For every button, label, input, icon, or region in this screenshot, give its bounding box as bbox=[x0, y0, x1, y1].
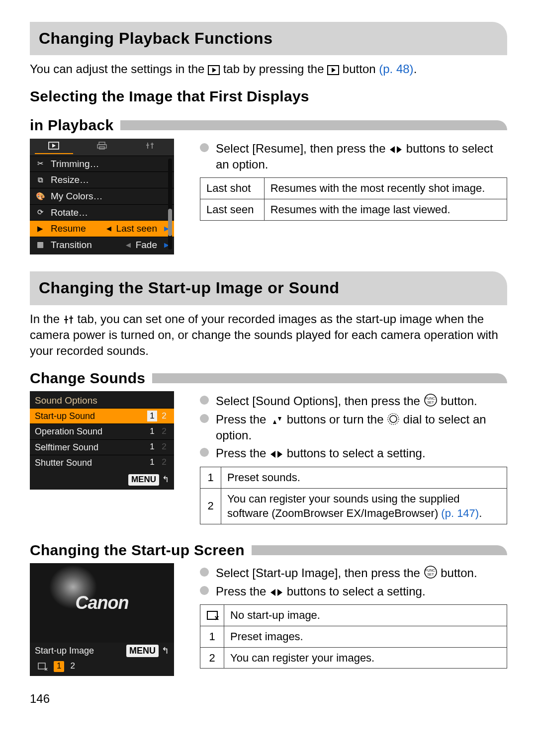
svg-marker-27 bbox=[277, 589, 282, 596]
left-right-icon bbox=[269, 588, 283, 597]
table-row: 2 You can register your images. bbox=[200, 647, 507, 669]
play-tab-icon bbox=[208, 65, 220, 75]
cam-item-label: Resize… bbox=[51, 173, 89, 186]
text: tab, you can set one of your recorded im… bbox=[30, 312, 498, 358]
table-value: You can register your sounds using the s… bbox=[221, 488, 507, 524]
camera-startup-screenshot: Canon Start-up Image MENU ↰ 1 2 bbox=[30, 563, 174, 675]
table-value: Preset sounds. bbox=[221, 467, 507, 488]
cam-item-resize: ⧉Resize… bbox=[30, 171, 174, 188]
text: buttons to select a setting. bbox=[287, 585, 426, 598]
table-key: 2 bbox=[200, 488, 221, 524]
svg-text:FUNC.: FUNC. bbox=[425, 397, 436, 400]
menu-badge: MENU bbox=[128, 474, 159, 486]
svg-point-17 bbox=[390, 416, 397, 422]
cam-sound-row: Shutter Sound 12 bbox=[30, 455, 174, 470]
page-number: 146 bbox=[30, 691, 507, 707]
cam-sound-row: Operation Sound 12 bbox=[30, 423, 174, 439]
table-key-icon bbox=[200, 605, 224, 626]
svg-text:FUNC.: FUNC. bbox=[425, 569, 436, 572]
page-ref-link[interactable]: (p. 147) bbox=[441, 507, 479, 519]
decorative-bar bbox=[152, 373, 507, 383]
play-button-icon bbox=[327, 65, 339, 75]
back-icon: ↰ bbox=[162, 474, 169, 486]
back-icon: ↰ bbox=[162, 645, 169, 657]
table-value: You can register your images. bbox=[224, 647, 507, 669]
svg-marker-1 bbox=[212, 68, 216, 73]
funcset-icon: FUNC.SET bbox=[424, 565, 438, 579]
resume-options-table: Last shot Resumes with the most recently… bbox=[200, 177, 507, 220]
palette-icon: 🎨 bbox=[35, 192, 46, 201]
svg-rect-20 bbox=[38, 663, 45, 669]
decorative-bar bbox=[120, 120, 507, 130]
text: Press the bbox=[216, 413, 269, 426]
text: In the bbox=[30, 312, 63, 326]
bullet: Press the buttons or turn the dial to se… bbox=[200, 412, 507, 444]
bullet: Select [Sound Options], then press the F… bbox=[200, 393, 507, 409]
bullet-dot-icon bbox=[200, 143, 209, 152]
table-value: Preset images. bbox=[224, 626, 507, 647]
play-icon: ▶ bbox=[35, 224, 46, 233]
cam-tab-tools-icon bbox=[126, 141, 174, 154]
text: Select [Sound Options], then press the bbox=[216, 394, 424, 408]
menu-badge: MENU bbox=[126, 645, 159, 657]
bullet-dot-icon bbox=[200, 586, 209, 595]
cam-item-label: Trimming… bbox=[51, 158, 99, 170]
text: Press the bbox=[216, 585, 269, 598]
rotate-icon: ⟳ bbox=[35, 208, 46, 217]
svg-marker-14 bbox=[273, 420, 276, 424]
dial-icon bbox=[387, 413, 400, 425]
bullet: Select [Resume], then press the buttons … bbox=[200, 141, 507, 173]
section-title: Changing Playback Functions bbox=[30, 22, 507, 55]
funcset-icon: FUNC.SET bbox=[424, 393, 438, 407]
table-key: Last seen bbox=[200, 199, 265, 221]
cam-item-resume: ▶ Resume ◀ Last seen ▶ bbox=[30, 220, 174, 237]
startup-option-2: 2 bbox=[67, 661, 78, 672]
startup-option-none bbox=[35, 661, 51, 672]
cam-title: Sound Options bbox=[30, 391, 174, 408]
intro-paragraph: You can adjust the settings in the tab b… bbox=[30, 61, 507, 77]
sound-settings-table: 1 Preset sounds. 2 You can register your… bbox=[200, 467, 507, 524]
cam-item-rotate: ⟳Rotate… bbox=[30, 204, 174, 221]
text: buttons to select a setting. bbox=[287, 446, 426, 460]
camera-menu-screenshot: ✂Trimming… ⧉Resize… 🎨My Colors… ⟳Rotate…… bbox=[30, 139, 174, 255]
cam-sound-row: Start-up Sound 12 bbox=[30, 408, 174, 423]
table-value: Resumes with the most recently shot imag… bbox=[264, 178, 507, 199]
no-image-icon bbox=[207, 611, 218, 620]
text: You can register your sounds using the s… bbox=[227, 493, 460, 520]
svg-text:SET: SET bbox=[427, 573, 434, 576]
svg-rect-6 bbox=[99, 142, 105, 145]
cam-startup-label: Start-up Image bbox=[35, 645, 94, 657]
bullet-dot-icon bbox=[200, 396, 209, 405]
cam-item-value: Fade bbox=[136, 239, 157, 252]
cam-item-transition: ▦ Transition ◀ Fade ▶ bbox=[30, 237, 174, 253]
bullet-dot-icon bbox=[200, 414, 209, 423]
cam-item-label: Transition bbox=[51, 239, 121, 252]
text: tab by pressing the bbox=[223, 62, 327, 76]
cam-item-mycolors: 🎨My Colors… bbox=[30, 188, 174, 204]
text: You can adjust the settings in the bbox=[30, 62, 208, 76]
page-ref-link[interactable]: (p. 48) bbox=[379, 62, 413, 76]
cam-sound-label: Shutter Sound bbox=[35, 457, 92, 469]
table-row: Last seen Resumes with the image last vi… bbox=[200, 199, 507, 221]
bullet: Press the buttons to select a setting. bbox=[200, 445, 507, 461]
svg-point-23 bbox=[425, 566, 437, 578]
text: . bbox=[479, 507, 482, 519]
table-key: 1 bbox=[200, 467, 221, 488]
scrollbar bbox=[168, 159, 172, 250]
table-value: Resumes with the image last viewed. bbox=[264, 199, 507, 221]
text: Press the bbox=[216, 446, 269, 460]
svg-marker-3 bbox=[332, 68, 336, 73]
text: Select [Resume], then press the bbox=[216, 142, 389, 155]
left-right-icon bbox=[389, 145, 403, 155]
subheading-line1: Selecting the Image that First Displays bbox=[30, 86, 507, 107]
table-key: 1 bbox=[200, 626, 224, 647]
table-value: No start-up image. bbox=[224, 605, 507, 626]
cam-sound-row: Selftimer Sound 12 bbox=[30, 439, 174, 455]
text: button. bbox=[441, 566, 477, 580]
camera-sound-screenshot: Sound Options Start-up Sound 12 Operatio… bbox=[30, 391, 174, 490]
svg-marker-10 bbox=[397, 146, 402, 153]
svg-marker-5 bbox=[52, 144, 56, 148]
cam-item-label: Resume bbox=[51, 222, 101, 235]
table-key: Last shot bbox=[200, 178, 265, 199]
cam-tab-play-icon bbox=[30, 141, 78, 154]
